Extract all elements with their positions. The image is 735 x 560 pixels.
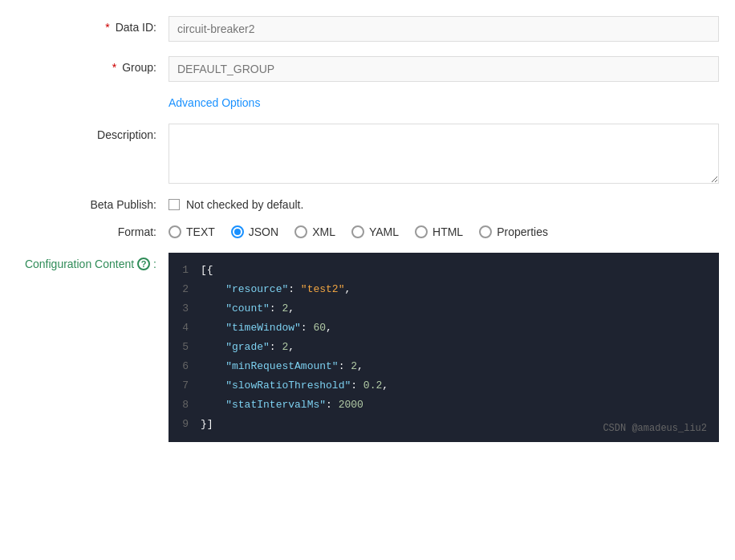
line-number: 7: [169, 376, 201, 396]
line-content: [{: [201, 261, 213, 280]
advanced-options-link[interactable]: Advanced Options: [169, 96, 260, 109]
beta-publish-row: Beta Publish: Not checked by default.: [0, 198, 735, 211]
line-content: "count": 2,: [201, 299, 294, 319]
code-editor[interactable]: 1[{2 "resource": "test2",3 "count": 2,4 …: [169, 253, 719, 442]
line-number: 5: [169, 338, 201, 357]
data-id-row: * Data ID:: [0, 16, 735, 42]
format-row: Format: TEXTJSONXMLYAMLHTMLProperties: [0, 225, 735, 238]
line-content: }]: [201, 415, 213, 434]
radio-btn-text[interactable]: [169, 225, 181, 238]
radio-label-yaml: YAML: [369, 225, 399, 238]
line-number: 3: [169, 299, 201, 319]
line-number: 6: [169, 357, 201, 376]
line-content: "minRequestAmount": 2,: [201, 357, 363, 376]
radio-label-xml: XML: [312, 225, 335, 238]
line-content: "timeWindow": 60,: [201, 319, 332, 338]
radio-label-json: JSON: [249, 225, 278, 238]
line-content: "resource": "test2",: [201, 280, 351, 299]
radio-btn-html[interactable]: [415, 225, 428, 238]
advanced-options-row: Advanced Options: [152, 96, 735, 109]
radio-btn-yaml[interactable]: [351, 225, 364, 238]
code-line-8: 8 "statIntervalMs": 2000: [169, 396, 719, 415]
code-line-3: 3 "count": 2,: [169, 299, 719, 319]
radio-btn-json[interactable]: [231, 225, 244, 238]
required-star: *: [105, 21, 109, 34]
beta-checkbox-wrapper: Not checked by default.: [169, 198, 303, 211]
radio-btn-xml[interactable]: [294, 225, 307, 238]
line-content: "grade": 2,: [201, 338, 294, 357]
format-option-text[interactable]: TEXT: [169, 225, 215, 238]
code-line-7: 7 "slowRatioThreshold": 0.2,: [169, 376, 719, 396]
watermark: CSDN @amadeus_liu2: [603, 423, 707, 434]
group-input[interactable]: [169, 56, 719, 82]
line-number: 2: [169, 280, 201, 299]
config-content-row: Configuration Content ? : 1[{2 "resource…: [0, 253, 735, 442]
config-content-label: Configuration Content ? :: [16, 253, 169, 270]
page-container: * Data ID: * Group: Advanced Options Des…: [0, 0, 735, 560]
code-line-4: 4 "timeWindow": 60,: [169, 319, 719, 338]
format-label: Format:: [16, 225, 169, 238]
description-textarea[interactable]: [169, 124, 719, 184]
format-option-yaml[interactable]: YAML: [351, 225, 399, 238]
line-content: "statIntervalMs": 2000: [201, 396, 363, 415]
help-icon[interactable]: ?: [137, 258, 150, 270]
beta-checkbox-text: Not checked by default.: [186, 198, 303, 211]
code-line-5: 5 "grade": 2,: [169, 338, 719, 357]
beta-publish-label: Beta Publish:: [16, 198, 169, 211]
description-label: Description:: [16, 124, 169, 141]
group-row: * Group:: [0, 56, 735, 82]
data-id-label: * Data ID:: [16, 16, 169, 34]
format-options: TEXTJSONXMLYAMLHTMLProperties: [169, 225, 548, 238]
format-option-properties[interactable]: Properties: [479, 225, 548, 238]
line-number: 8: [169, 396, 201, 415]
data-id-input[interactable]: [169, 16, 719, 42]
required-star-group: *: [112, 61, 116, 74]
line-content: "slowRatioThreshold": 0.2,: [201, 376, 388, 396]
radio-label-html: HTML: [432, 225, 463, 238]
form-area: * Data ID: * Group: Advanced Options Des…: [0, 0, 735, 458]
line-number: 1: [169, 261, 201, 280]
description-row: Description:: [0, 124, 735, 184]
line-number: 4: [169, 319, 201, 338]
line-number: 9: [169, 415, 201, 434]
beta-checkbox[interactable]: [169, 199, 180, 210]
group-label: * Group:: [16, 56, 169, 74]
radio-btn-properties[interactable]: [479, 225, 492, 238]
code-line-1: 1[{: [169, 261, 719, 280]
radio-label-text: TEXT: [186, 225, 215, 238]
code-line-2: 2 "resource": "test2",: [169, 280, 719, 299]
format-option-xml[interactable]: XML: [294, 225, 335, 238]
format-option-html[interactable]: HTML: [415, 225, 463, 238]
radio-label-properties: Properties: [497, 225, 548, 238]
code-line-6: 6 "minRequestAmount": 2,: [169, 357, 719, 376]
format-option-json[interactable]: JSON: [231, 225, 278, 238]
